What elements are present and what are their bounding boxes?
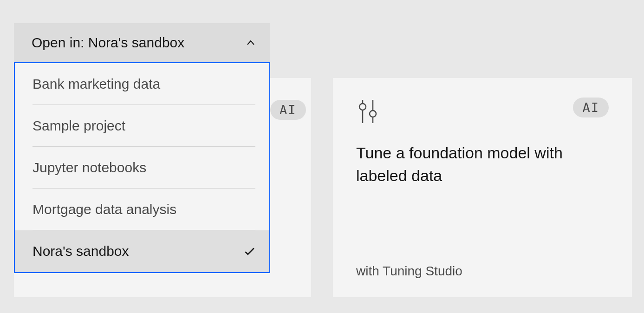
tune-model-card[interactable]: AI Tune a foundation model with labeled … (333, 78, 632, 297)
dropdown-item-label: Mortgage data analysis (33, 202, 176, 217)
ai-badge: AI (270, 100, 306, 120)
svg-point-4 (370, 111, 376, 117)
project-selector-dropdown: Open in: Nora's sandbox Bank marketing d… (14, 23, 270, 273)
dropdown-item-label: Bank marketing data (33, 76, 160, 92)
dropdown-item-label: Nora's sandbox (33, 243, 129, 259)
card-footer: with Tuning Studio (356, 264, 609, 279)
tuning-icon (356, 98, 379, 125)
dropdown-trigger[interactable]: Open in: Nora's sandbox (14, 23, 270, 62)
ai-badge: AI (573, 98, 609, 117)
dropdown-label: Open in: Nora's sandbox (32, 35, 184, 51)
svg-point-1 (359, 104, 366, 110)
chevron-up-icon (245, 37, 256, 48)
card-title: Tune a foundation model with labeled dat… (356, 142, 609, 264)
dropdown-menu: Bank marketing data Sample project Jupyt… (14, 62, 270, 273)
dropdown-item-noras-sandbox[interactable]: Nora's sandbox (15, 230, 269, 272)
dropdown-item-mortgage-data[interactable]: Mortgage data analysis (15, 189, 269, 230)
card-header: AI (356, 98, 609, 125)
dropdown-item-bank-marketing[interactable]: Bank marketing data (15, 63, 269, 105)
dropdown-item-label: Jupyter notebooks (33, 160, 146, 176)
checkmark-icon (243, 245, 255, 257)
dropdown-item-sample-project[interactable]: Sample project (15, 105, 269, 147)
dropdown-item-label: Sample project (33, 118, 125, 134)
dropdown-item-jupyter-notebooks[interactable]: Jupyter notebooks (15, 147, 269, 189)
